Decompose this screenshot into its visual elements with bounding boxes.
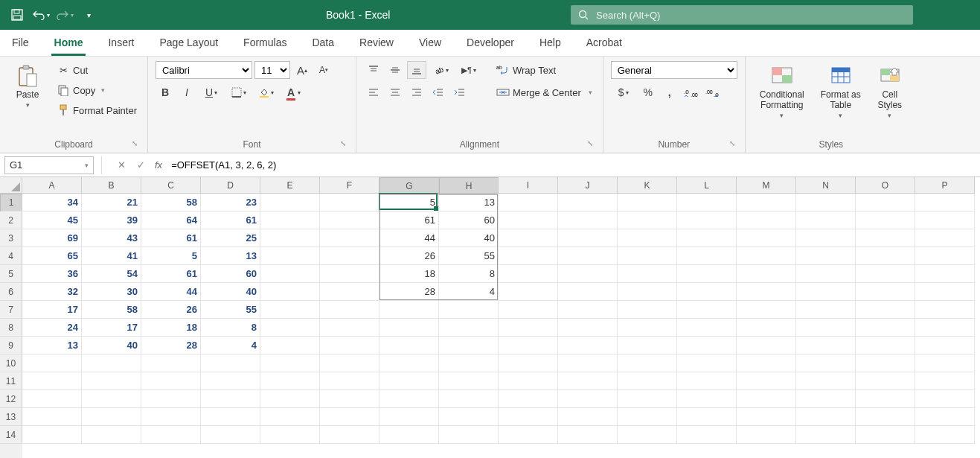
- cell[interactable]: [796, 372, 856, 390]
- cell[interactable]: [141, 408, 201, 426]
- cell[interactable]: [677, 229, 737, 247]
- row-header[interactable]: 7: [0, 301, 22, 319]
- cell[interactable]: [677, 319, 737, 337]
- dialog-launcher-icon[interactable]: ⤡: [338, 139, 348, 150]
- row-header[interactable]: 12: [0, 390, 22, 408]
- cell[interactable]: [260, 283, 320, 301]
- cell[interactable]: [915, 247, 975, 265]
- cell[interactable]: 41: [82, 247, 141, 265]
- cell[interactable]: 4: [201, 337, 260, 354]
- cell[interactable]: [499, 354, 558, 372]
- cell[interactable]: [558, 354, 618, 372]
- wrap-text-button[interactable]: abWrap Text: [493, 61, 595, 79]
- cell[interactable]: 5: [379, 194, 439, 211]
- name-box[interactable]: G1▾: [4, 156, 94, 174]
- cell[interactable]: [796, 408, 856, 426]
- cell[interactable]: [737, 247, 796, 265]
- cell[interactable]: [737, 211, 796, 229]
- cell[interactable]: 61: [141, 265, 201, 283]
- cell[interactable]: [320, 390, 379, 408]
- cell[interactable]: [915, 354, 975, 372]
- cell[interactable]: [737, 229, 796, 247]
- cell[interactable]: [737, 319, 796, 337]
- cell[interactable]: 61: [379, 211, 439, 229]
- cell[interactable]: [379, 408, 439, 426]
- cell[interactable]: [22, 426, 82, 444]
- column-header[interactable]: K: [618, 177, 677, 194]
- row-header[interactable]: 13: [0, 408, 22, 426]
- cell[interactable]: [915, 337, 975, 354]
- cell[interactable]: 45: [22, 211, 82, 229]
- cell[interactable]: [856, 337, 915, 354]
- column-header[interactable]: B: [82, 177, 141, 194]
- cell[interactable]: [320, 229, 379, 247]
- cell[interactable]: 54: [82, 265, 141, 283]
- column-header[interactable]: A: [22, 177, 82, 194]
- cell[interactable]: [856, 283, 915, 301]
- cell[interactable]: [320, 337, 379, 354]
- cell[interactable]: [737, 354, 796, 372]
- align-top-icon[interactable]: [364, 61, 383, 79]
- cell[interactable]: [379, 337, 439, 354]
- cell[interactable]: 43: [82, 229, 141, 247]
- cell[interactable]: [558, 390, 618, 408]
- decrease-font-icon[interactable]: A▾: [314, 61, 333, 79]
- cell[interactable]: [737, 390, 796, 408]
- cell[interactable]: 40: [82, 337, 141, 354]
- cell[interactable]: [677, 426, 737, 444]
- cell[interactable]: [856, 426, 915, 444]
- cell[interactable]: 40: [201, 283, 260, 301]
- dialog-launcher-icon[interactable]: ⤡: [727, 139, 737, 150]
- cell[interactable]: 55: [201, 301, 260, 319]
- cell[interactable]: [82, 426, 141, 444]
- cell[interactable]: [796, 194, 856, 211]
- cell[interactable]: 26: [141, 301, 201, 319]
- column-header[interactable]: O: [856, 177, 915, 194]
- increase-font-icon[interactable]: A▴: [292, 61, 312, 79]
- cell[interactable]: [499, 390, 558, 408]
- cell[interactable]: [260, 372, 320, 390]
- cell[interactable]: [737, 426, 796, 444]
- cell[interactable]: [82, 372, 141, 390]
- cell[interactable]: [677, 301, 737, 319]
- cell[interactable]: [677, 337, 737, 354]
- column-header[interactable]: M: [737, 177, 796, 194]
- column-header[interactable]: E: [260, 177, 320, 194]
- cell[interactable]: 17: [82, 319, 141, 337]
- text-direction-button[interactable]: ▶¶▾: [456, 61, 481, 79]
- tab-home[interactable]: Home: [51, 31, 86, 56]
- cell[interactable]: [82, 354, 141, 372]
- bold-button[interactable]: B: [156, 83, 175, 101]
- cell[interactable]: [618, 247, 677, 265]
- cell[interactable]: [379, 354, 439, 372]
- cell[interactable]: [260, 194, 320, 211]
- cell[interactable]: 28: [379, 283, 439, 301]
- column-header[interactable]: I: [499, 177, 558, 194]
- cell[interactable]: [618, 211, 677, 229]
- cell[interactable]: [260, 408, 320, 426]
- search-box[interactable]: [571, 5, 913, 25]
- cell[interactable]: [201, 372, 260, 390]
- cell[interactable]: 55: [439, 247, 499, 265]
- underline-button[interactable]: U▾: [199, 83, 224, 101]
- cell[interactable]: [499, 337, 558, 354]
- cell[interactable]: [22, 372, 82, 390]
- increase-decimal-icon[interactable]: .0.00: [682, 83, 701, 101]
- column-header[interactable]: G: [379, 177, 439, 195]
- cell[interactable]: [499, 265, 558, 283]
- align-center-icon[interactable]: [385, 83, 405, 101]
- cell[interactable]: [22, 354, 82, 372]
- cell[interactable]: [618, 301, 677, 319]
- cell[interactable]: [22, 408, 82, 426]
- cell[interactable]: [796, 426, 856, 444]
- cell[interactable]: [618, 354, 677, 372]
- cell[interactable]: [915, 301, 975, 319]
- cell[interactable]: [260, 211, 320, 229]
- cell[interactable]: [499, 283, 558, 301]
- row-header[interactable]: 9: [0, 337, 22, 354]
- cell[interactable]: 24: [22, 319, 82, 337]
- cell[interactable]: [856, 247, 915, 265]
- cell[interactable]: [499, 194, 558, 211]
- cell[interactable]: [796, 229, 856, 247]
- cell[interactable]: [260, 229, 320, 247]
